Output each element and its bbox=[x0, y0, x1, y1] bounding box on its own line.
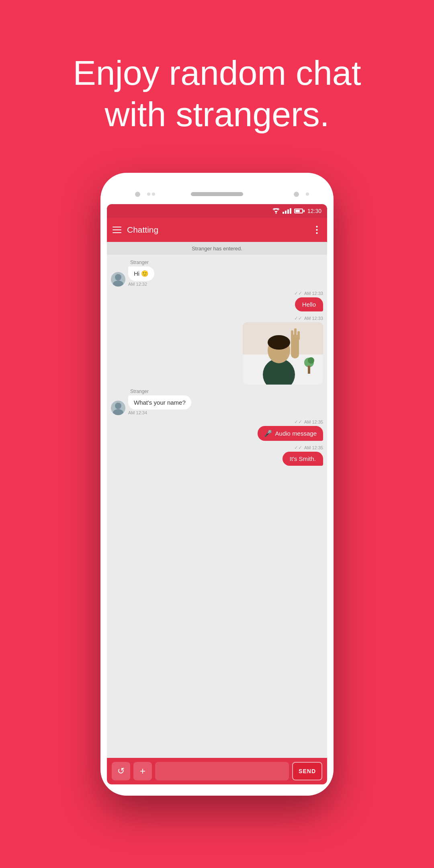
message-time-3: AM 12:34 bbox=[128, 410, 147, 415]
svg-point-16 bbox=[115, 403, 121, 409]
status-bar: 12:30 bbox=[107, 204, 327, 218]
phone-dot-right bbox=[306, 192, 309, 196]
photo-message-row: ✓✓ AM 12:33 bbox=[111, 315, 323, 385]
app-bar: Chatting ⋮ bbox=[107, 218, 327, 242]
signal-icon bbox=[283, 208, 291, 214]
svg-point-17 bbox=[113, 409, 123, 415]
hamburger-icon[interactable] bbox=[113, 227, 121, 233]
message-time: AM 12:33 bbox=[304, 291, 323, 296]
svg-marker-0 bbox=[274, 211, 278, 213]
audio-bubble: 🎤 Audio message bbox=[258, 426, 323, 441]
battery-icon bbox=[294, 209, 305, 213]
phone-mockup: 12:30 Chatting ⋮ Stranger has entered. bbox=[100, 173, 334, 796]
double-check: ✓✓ bbox=[294, 315, 302, 321]
send-button[interactable]: SEND bbox=[292, 762, 322, 780]
wifi-icon bbox=[272, 208, 280, 214]
svg-point-8 bbox=[268, 335, 290, 350]
message-input[interactable] bbox=[155, 762, 289, 780]
outgoing-message-row: ✓✓ AM 12:33 Hello bbox=[111, 291, 323, 311]
double-check-3: ✓✓ bbox=[294, 445, 302, 450]
svg-rect-10 bbox=[291, 330, 293, 340]
message-time: AM 12:33 bbox=[304, 316, 323, 321]
message-row-2: Stranger What's your name? AM 12:34 bbox=[111, 389, 323, 415]
phone-camera-right bbox=[294, 192, 299, 197]
system-message: Stranger has entered. bbox=[107, 242, 327, 255]
outgoing-message-row-2: ✓✓ AM 12:35 It's Smith. bbox=[111, 445, 323, 466]
phone-top-bar bbox=[107, 184, 327, 204]
refresh-button[interactable]: ↺ bbox=[112, 762, 130, 780]
audio-message-row: ✓✓ AM 12:35 🎤 Audio message bbox=[111, 419, 323, 441]
svg-point-1 bbox=[275, 213, 276, 214]
phone-dots bbox=[147, 192, 155, 196]
hero-text: Enjoy random chat with strangers. bbox=[0, 0, 434, 135]
svg-point-15 bbox=[308, 357, 314, 364]
sender-name-2: Stranger bbox=[130, 389, 149, 394]
phone-camera-left bbox=[135, 192, 140, 197]
more-button[interactable]: ⋮ bbox=[312, 224, 321, 235]
message-bubble: Hi 🙂 bbox=[128, 266, 154, 281]
phone-screen: 12:30 Chatting ⋮ Stranger has entered. bbox=[107, 204, 327, 784]
svg-point-2 bbox=[115, 274, 121, 280]
message-time: AM 12:32 bbox=[128, 282, 147, 287]
avatar-2 bbox=[111, 401, 125, 415]
double-check-2: ✓✓ bbox=[294, 419, 302, 425]
outgoing-bubble-2: It's Smith. bbox=[283, 452, 323, 466]
sender-name: Stranger bbox=[130, 260, 149, 265]
status-time: 12:30 bbox=[307, 208, 321, 214]
avatar bbox=[111, 272, 125, 287]
message-row: Stranger Hi 🙂 AM 12:32 bbox=[111, 260, 323, 287]
outgoing-bubble: Hello bbox=[295, 297, 323, 311]
phone-speaker bbox=[191, 192, 243, 196]
photo-bubble bbox=[243, 322, 323, 385]
mic-icon: 🎤 bbox=[264, 430, 272, 437]
phone-bottom-bar: ↺ + SEND bbox=[107, 758, 327, 784]
double-check: ✓✓ bbox=[294, 291, 302, 296]
chat-messages: Stranger Hi 🙂 AM 12:32 bbox=[107, 255, 327, 758]
message-time-5: AM 12:35 bbox=[304, 445, 323, 450]
message-bubble-2: What's your name? bbox=[128, 395, 191, 409]
svg-rect-14 bbox=[308, 366, 310, 374]
svg-rect-11 bbox=[294, 328, 297, 340]
message-time-4: AM 12:35 bbox=[304, 420, 323, 424]
svg-point-3 bbox=[113, 280, 123, 287]
add-button[interactable]: + bbox=[133, 762, 152, 780]
app-title: Chatting bbox=[127, 225, 312, 235]
svg-rect-12 bbox=[297, 331, 300, 340]
